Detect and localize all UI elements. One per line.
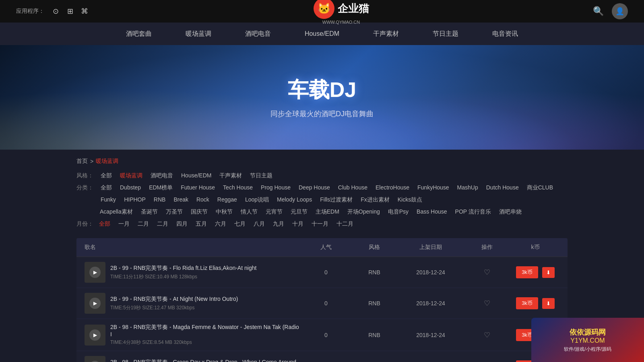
month-tag-5[interactable]: 五月 bbox=[193, 220, 209, 228]
nav-nuanchang-lantiao[interactable]: 暖场蓝调 bbox=[181, 27, 216, 41]
play-button-2[interactable]: ▶ bbox=[89, 329, 101, 341]
download-button-1[interactable]: ⬇ bbox=[542, 298, 555, 309]
cat-tag-shengdan[interactable]: 圣诞节 bbox=[138, 208, 160, 216]
song-thumb-3[interactable]: ▶ bbox=[85, 356, 105, 362]
cat-tag-pop[interactable]: POP 流行音乐 bbox=[453, 208, 493, 216]
month-tag-7[interactable]: 七月 bbox=[232, 220, 248, 228]
topbar-icons: ⊙ ⊞ ⌘ bbox=[51, 6, 89, 16]
month-tag-1[interactable]: 一月 bbox=[116, 220, 132, 228]
ad-site-url: Y1YM.COM bbox=[564, 337, 611, 344]
nav-house-edm[interactable]: House/EDM bbox=[300, 27, 344, 41]
search-icon[interactable]: 🔍 bbox=[593, 6, 604, 16]
android-icon[interactable]: ⊙ bbox=[51, 6, 60, 16]
cat-tag-deep-house[interactable]: Deep House bbox=[296, 183, 332, 192]
style-tag-all[interactable]: 全部 bbox=[98, 171, 114, 180]
month-tag-all[interactable]: 全部 bbox=[97, 220, 113, 228]
song-date-0: 2018-12-24 bbox=[398, 269, 463, 276]
cat-tag-dutch-house[interactable]: Dutch House bbox=[484, 183, 521, 192]
apple-icon[interactable]: ⌘ bbox=[80, 6, 89, 16]
cat-tag-melody-loops[interactable]: Melody Loops bbox=[275, 195, 314, 204]
header-kcoin: k币 bbox=[511, 244, 559, 251]
cat-tag-club-house[interactable]: Club House bbox=[336, 183, 370, 192]
cat-tag-future-house[interactable]: Futuer House bbox=[178, 183, 217, 192]
style-tag-jieri[interactable]: 节日主题 bbox=[248, 171, 275, 180]
nav-jiuba-taoqun[interactable]: 酒吧套曲 bbox=[121, 27, 157, 41]
month-tag-3[interactable]: 二月 bbox=[155, 220, 171, 228]
cat-tag-qingren[interactable]: 情人节 bbox=[238, 208, 260, 216]
cat-tag-zhongqiu[interactable]: 中秋节 bbox=[213, 208, 235, 216]
song-thumb-1[interactable]: ▶ bbox=[85, 293, 105, 314]
style-tag-nuanchang[interactable]: 暖场蓝调 bbox=[118, 171, 145, 180]
nav-jieri-zhuti[interactable]: 节日主题 bbox=[428, 27, 463, 41]
cat-tag-loop[interactable]: Loop说唱 bbox=[243, 195, 271, 204]
month-filter-row: 月份： 全部 一月 二月 二月 四月 五月 六月 七月 八月 九月 十月 十一月… bbox=[76, 220, 568, 228]
ad-banner[interactable]: 依依源码网 Y1YM.COM 软件/游戏/小程序/源码 bbox=[531, 318, 644, 362]
style-tag-ganshen[interactable]: 干声素材 bbox=[217, 171, 244, 180]
cat-tag-reggae[interactable]: Reggae bbox=[215, 195, 239, 204]
song-title-1[interactable]: 2B - 99 - RNB完美节奏 - At Night (New Intro … bbox=[110, 296, 238, 303]
cat-tag-yuandan[interactable]: 元旦节 bbox=[288, 208, 310, 216]
song-title-2[interactable]: 2B - 98 - RNB完美节奏 - Magda Femme & Nowato… bbox=[110, 324, 302, 337]
cat-tag-guoqing[interactable]: 国庆节 bbox=[188, 208, 210, 216]
cat-tag-diyin-psy[interactable]: 电音Psy bbox=[386, 208, 411, 216]
song-title-0[interactable]: 2B - 99 - RNB完美节奏 - Flo Rida ft.Liz Elia… bbox=[110, 265, 256, 272]
cat-tag-mashup[interactable]: MashUp bbox=[455, 183, 481, 192]
cat-tag-shangye-club[interactable]: 商业CLUB bbox=[524, 183, 555, 192]
play-button-0[interactable]: ▶ bbox=[89, 267, 101, 278]
nav-ganshen-sucai[interactable]: 干声素材 bbox=[368, 27, 404, 41]
song-info-2: 2B - 98 - RNB完美节奏 - Magda Femme & Nowato… bbox=[110, 324, 302, 346]
cat-tag-funky[interactable]: Funky bbox=[98, 195, 118, 204]
cat-tag-prog-house[interactable]: Prog House bbox=[258, 183, 293, 192]
month-tag-8[interactable]: 八月 bbox=[251, 220, 267, 228]
cat-tag-funky-house[interactable]: FunkyHouse bbox=[415, 183, 452, 192]
song-thumb-0[interactable]: ▶ bbox=[85, 262, 105, 283]
breadcrumb-current: 暖场蓝调 bbox=[96, 158, 118, 165]
cat-tag-kaichang[interactable]: 开场Opening bbox=[345, 208, 382, 216]
style-tag-jiuba-diyin[interactable]: 酒吧电音 bbox=[148, 171, 175, 180]
month-tag-2[interactable]: 二月 bbox=[135, 220, 151, 228]
cat-tag-yuanxiao[interactable]: 元宵节 bbox=[263, 208, 285, 216]
cat-tag-tech-house[interactable]: Tech House bbox=[221, 183, 255, 192]
play-button-1[interactable]: ▶ bbox=[89, 298, 101, 309]
cat-tag-hiphop[interactable]: HIPHOP bbox=[122, 195, 148, 204]
cat-tag-wansheng[interactable]: 万圣节 bbox=[163, 208, 185, 216]
month-tag-6[interactable]: 六月 bbox=[213, 220, 229, 228]
windows-icon[interactable]: ⊞ bbox=[65, 6, 75, 16]
cat-tag-all[interactable]: 全部 bbox=[98, 183, 114, 192]
heart-button-0[interactable]: ♡ bbox=[463, 268, 511, 277]
price-button-1[interactable]: 3k币 bbox=[516, 297, 538, 309]
heart-button-1[interactable]: ♡ bbox=[463, 299, 511, 308]
heart-button-2[interactable]: ♡ bbox=[463, 331, 511, 339]
song-popularity-2: 0 bbox=[302, 332, 350, 338]
month-tag-10[interactable]: 十月 bbox=[290, 220, 306, 228]
cat-tag-rnb[interactable]: RNB bbox=[151, 195, 168, 204]
month-tag-4[interactable]: 四月 bbox=[174, 220, 190, 228]
cat-tag-break[interactable]: Break bbox=[171, 195, 191, 204]
cat-tag-dubstep[interactable]: Dubstep bbox=[118, 183, 143, 192]
cat-tag-electro-house[interactable]: ElectroHouse bbox=[373, 183, 412, 192]
nav-diyin-zixun[interactable]: 电音资讯 bbox=[487, 27, 523, 41]
download-button-0[interactable]: ⬇ bbox=[542, 267, 555, 278]
song-thumb-2[interactable]: ▶ bbox=[85, 325, 105, 346]
cat-tag-rock[interactable]: Rock bbox=[194, 195, 212, 204]
cat-tag-zhuchang[interactable]: 主场EDM bbox=[313, 208, 342, 216]
cat-tag-kicks[interactable]: Kicks鼓点 bbox=[395, 195, 425, 204]
month-tag-9[interactable]: 九月 bbox=[270, 220, 287, 228]
cat-tag-jiuba-chuanshao[interactable]: 酒吧串烧 bbox=[497, 208, 524, 216]
avatar[interactable]: 👤 bbox=[612, 3, 628, 19]
song-left-1: ▶ 2B - 99 - RNB完美节奏 - At Night (New Intr… bbox=[85, 293, 302, 314]
month-tag-11[interactable]: 十一月 bbox=[309, 220, 331, 228]
logo[interactable]: 🐱 企业猫 WWW.QYMAO.CN bbox=[314, 0, 369, 25]
cat-tag-edm[interactable]: EDM榜单 bbox=[147, 183, 175, 192]
month-tag-12[interactable]: 十二月 bbox=[334, 220, 356, 228]
song-title-3[interactable]: 2B - 98 - RNB完美节奏 - Green Day x Drag & D… bbox=[110, 359, 296, 362]
song-style-0: RNB bbox=[350, 269, 398, 276]
price-button-0[interactable]: 3k币 bbox=[516, 266, 538, 278]
style-tag-house-edm[interactable]: House/EDM bbox=[179, 171, 214, 180]
breadcrumb-home[interactable]: 首页 bbox=[76, 158, 88, 165]
cat-tag-acapella[interactable]: Acapella素材 bbox=[97, 208, 135, 216]
cat-tag-bass-house[interactable]: Bass House bbox=[414, 208, 449, 216]
nav-jiuba-diyin[interactable]: 酒吧电音 bbox=[240, 27, 276, 41]
cat-tag-fx[interactable]: Fx进出素材 bbox=[358, 195, 392, 204]
cat-tag-fills[interactable]: Fills过渡素材 bbox=[318, 195, 355, 204]
